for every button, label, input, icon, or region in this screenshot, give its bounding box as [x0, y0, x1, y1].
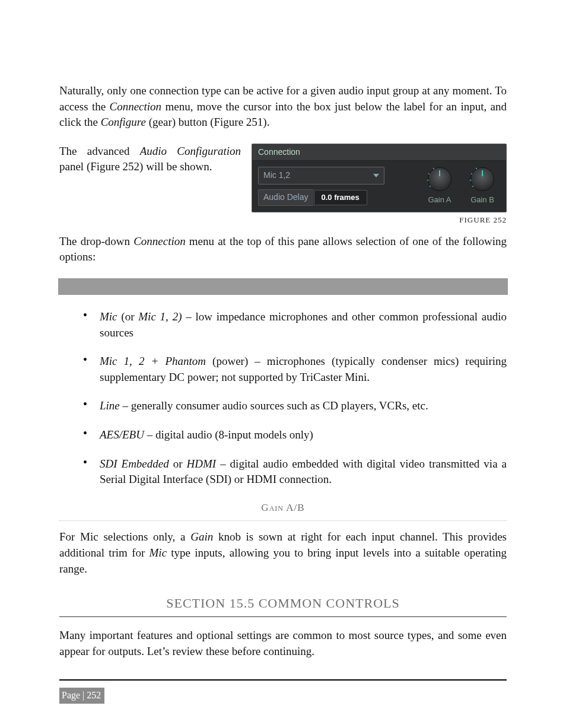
- text-italic: SDI Embedded: [100, 457, 169, 470]
- chevron-down-icon: [373, 174, 379, 177]
- text: For Mic selections only, a: [59, 530, 190, 543]
- footer-rule: [59, 679, 507, 681]
- gain-paragraph: For Mic selections only, a Gain knob is …: [59, 529, 507, 577]
- panel-intro-text: The advanced Audio Configuration panel (…: [59, 144, 241, 175]
- text-italic: Connection: [133, 235, 186, 247]
- text: – digital audio (8-input models only): [144, 428, 313, 441]
- gain-heading: Gain A/B: [59, 501, 507, 515]
- section-heading: SECTION 15.5 COMMON CONTROLS: [59, 595, 507, 613]
- text: (or: [117, 310, 139, 323]
- panel-title: Connection: [252, 144, 506, 161]
- text: – generally consumer audio sources such …: [120, 399, 428, 412]
- text-italic: HDMI: [187, 457, 217, 470]
- text: (gear) button (Figure 251).: [146, 116, 269, 128]
- gain-a-label: Gain A: [428, 195, 451, 205]
- text-italic: Audio Configuration: [140, 145, 241, 157]
- list-item: SDI Embedded or HDMI – digital audio emb…: [83, 456, 507, 488]
- connection-panel: Connection Mic 1,2 Audio Delay 0.0 frame…: [252, 144, 507, 212]
- text-italic: Line: [100, 399, 120, 412]
- connection-dropdown[interactable]: Mic 1,2: [258, 167, 384, 185]
- text-italic: Mic 1, 2 + Phantom: [100, 355, 206, 367]
- text: The advanced: [59, 145, 140, 157]
- figure-caption: FIGURE 252: [252, 215, 507, 225]
- text: or: [169, 457, 187, 470]
- gain-a-column: Gain A: [422, 167, 457, 205]
- text-italic: Mic: [150, 546, 167, 559]
- knob-indicator-icon: [482, 170, 483, 176]
- section-rule: [59, 616, 507, 617]
- gain-a-knob[interactable]: [428, 167, 451, 191]
- connection-options-list: Mic (or Mic 1, 2) – low impedance microp…: [59, 309, 507, 488]
- text: panel (Figure 252) will be shown.: [59, 160, 212, 173]
- text-italic: Gain: [190, 530, 213, 543]
- gain-b-column: Gain B: [465, 167, 500, 205]
- audio-delay-value[interactable]: 0.0 frames: [314, 190, 367, 205]
- knob-indicator-icon: [439, 170, 440, 176]
- gray-divider: [58, 278, 508, 295]
- intro-paragraph: Naturally, only one connection type can …: [59, 83, 507, 131]
- dropdown-paragraph: The drop-down Connection menu at the top…: [59, 234, 507, 265]
- dotted-rule: [59, 520, 507, 521]
- dropdown-value: Mic 1,2: [263, 170, 290, 182]
- gain-b-label: Gain B: [470, 195, 494, 205]
- list-item: Mic (or Mic 1, 2) – low impedance microp…: [83, 309, 507, 341]
- list-item: AES/EBU – digital audio (8-input models …: [83, 427, 507, 443]
- list-item: Mic 1, 2 + Phantom (power) – microphones…: [83, 354, 507, 385]
- page-number: Page | 252: [59, 688, 104, 703]
- text-italic: Mic: [100, 310, 117, 323]
- audio-delay-row: Audio Delay 0.0 frames: [258, 189, 415, 206]
- text: The drop-down: [59, 235, 133, 247]
- audio-delay-label: Audio Delay: [258, 189, 313, 206]
- list-item: Line – generally consumer audio sources …: [83, 398, 507, 414]
- text-italic: Mic 1, 2): [138, 310, 182, 323]
- gain-b-knob[interactable]: [470, 167, 494, 191]
- text-italic: Configure: [101, 116, 146, 128]
- text-italic: AES/EBU: [100, 428, 144, 441]
- closing-paragraph: Many important features and optional set…: [59, 628, 507, 659]
- text-italic: Connection: [109, 100, 161, 113]
- figure-252: Connection Mic 1,2 Audio Delay 0.0 frame…: [252, 144, 507, 225]
